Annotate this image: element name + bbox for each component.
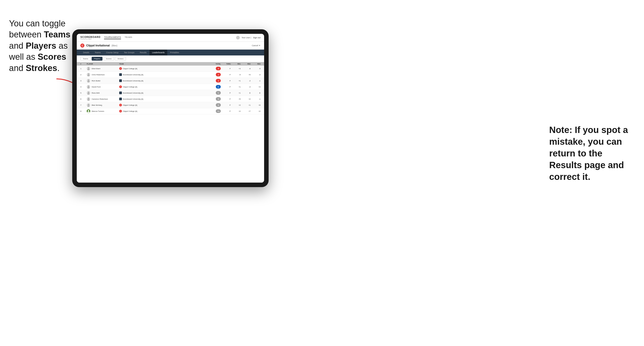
table-row: 4 David Ford C Clippd College [A] E F +1… xyxy=(77,84,264,90)
row7-player-cell: Blair McHarg xyxy=(87,103,118,107)
nav-left: SCOREBOARD Powered by clippd TOURNAMENTS… xyxy=(80,36,132,40)
th-rd2: RD2 xyxy=(242,63,250,65)
row3-avatar xyxy=(87,79,90,82)
row7-avatar xyxy=(87,103,90,107)
row4-total-badge: E xyxy=(216,85,221,89)
row1-rd3: -5 xyxy=(252,68,260,70)
row4-team-cell: C Clippd College [A] xyxy=(119,85,206,88)
th-thru: THRU xyxy=(222,63,231,65)
tab-leaderboards[interactable]: Leaderboards xyxy=(150,50,168,55)
row1-rd2: -6 xyxy=(242,68,250,70)
user-avatar xyxy=(236,36,240,39)
row4-thru: F xyxy=(222,86,231,88)
row7-player-name: Blair McHarg xyxy=(92,104,102,106)
row4-avatar xyxy=(87,85,90,89)
row5-rd1: +1 xyxy=(232,92,241,94)
svg-point-11 xyxy=(88,98,89,99)
tournament-name: Clippd Invitational xyxy=(86,44,110,47)
signout-link[interactable]: Sign out xyxy=(253,36,260,39)
row4-pos: 4 xyxy=(80,86,86,88)
row2-rd1: -5 xyxy=(232,74,241,76)
row7-rd3: +6 xyxy=(252,104,260,106)
row1-total: -8 xyxy=(207,67,221,70)
svg-point-1 xyxy=(88,67,89,69)
svg-point-2 xyxy=(87,69,90,70)
row5-avatar xyxy=(87,91,90,95)
row4-team-name: Clippd College [A] xyxy=(123,86,137,88)
tab-tee-groups[interactable]: Tee Groups xyxy=(121,50,137,55)
nav-tournaments[interactable]: TOURNAMENTS xyxy=(104,36,121,39)
row3-team-cell: Scoreboard University [A] xyxy=(119,79,206,82)
toggle-scores-button[interactable]: Scores xyxy=(104,57,114,61)
row2-rd2: +5 xyxy=(242,74,250,76)
svg-point-13 xyxy=(88,104,89,105)
row2-thru: F xyxy=(222,74,231,76)
cancel-button[interactable]: Cancel ✕ xyxy=(252,44,260,47)
tablet-frame: SCOREBOARD Powered by clippd TOURNAMENTS… xyxy=(72,29,268,187)
row7-pos: 7 xyxy=(80,104,86,106)
row6-rd2: +2 xyxy=(242,98,250,100)
row7-team-name: Clippd College [A] xyxy=(123,104,137,106)
tournament-header: C Clippd Invitational (Men) Cancel ✕ xyxy=(77,42,264,50)
row3-player-cell: Rich Butler xyxy=(87,79,118,82)
row7-rd1: +2 xyxy=(232,104,241,106)
tab-teams[interactable]: Teams xyxy=(92,50,104,55)
user-label: Test User | xyxy=(242,36,251,39)
tab-printables[interactable]: Printables xyxy=(167,50,182,55)
row5-team-cell: Scoreboard University [A] xyxy=(119,92,206,94)
row3-pos: 3 xyxy=(80,80,86,82)
svg-point-10 xyxy=(87,93,90,94)
tab-results[interactable]: Results xyxy=(137,50,150,55)
row3-total: -2 xyxy=(207,79,221,82)
tab-course-setup[interactable]: Course Setup xyxy=(104,50,121,55)
row4-team-logo: C xyxy=(119,85,122,88)
row5-player-name: Rees Britt xyxy=(92,92,100,94)
row6-team-name: Scoreboard University [A] xyxy=(123,98,143,100)
strokes-bold: Strokes xyxy=(26,63,57,73)
nav-teams[interactable]: TEAMS xyxy=(124,36,132,39)
row6-thru: F xyxy=(222,98,231,100)
tournament-gender: (Men) xyxy=(112,44,118,47)
toggle-strokes-button[interactable]: Strokes xyxy=(115,57,126,61)
toggle-players-button[interactable]: Players xyxy=(92,57,103,61)
toggle-teams-button[interactable]: Teams xyxy=(80,57,91,61)
row2-total-badge: -4 xyxy=(216,73,221,76)
svg-point-3 xyxy=(88,73,89,75)
svg-point-6 xyxy=(87,81,90,82)
row1-team-name: Clippd College [A] xyxy=(123,68,137,70)
row4-total: E xyxy=(207,85,221,89)
row2-rd3: -4 xyxy=(252,74,260,76)
row4-player-cell: David Ford xyxy=(87,85,118,89)
row3-team-name: Scoreboard University [A] xyxy=(123,80,143,82)
table-row: 8 Marcus Turners C Clippd College [A] +1… xyxy=(77,108,264,114)
scores-bold: Scores xyxy=(38,52,66,62)
row3-rd3: -1 xyxy=(252,80,260,82)
row4-player-name: David Ford xyxy=(92,86,100,88)
logo-sub: Powered by clippd xyxy=(80,38,100,40)
row8-rd3: +2 xyxy=(252,110,260,112)
row1-pos: 1 xyxy=(80,68,86,70)
row6-player-name: Cameron Robertson xyxy=(92,98,108,100)
row6-team-cell: Scoreboard University [A] xyxy=(119,98,206,100)
th-total: TOTAL xyxy=(207,63,221,65)
row1-player-cell: Elliot Ebert xyxy=(87,67,118,70)
row8-player-cell: Marcus Turners xyxy=(87,109,118,113)
row3-player-name: Rich Butler xyxy=(92,80,100,82)
nav-right: Test User | Sign out xyxy=(236,36,260,39)
table-row: 3 Rich Butler Scoreboard University [A] … xyxy=(77,78,264,84)
tab-details[interactable]: Details xyxy=(80,50,92,55)
svg-point-14 xyxy=(87,106,90,107)
nav-links: TOURNAMENTS TEAMS xyxy=(104,36,132,39)
row5-rd3: E xyxy=(252,92,260,94)
row6-total: +6 xyxy=(207,97,221,101)
row8-player-name: Marcus Turners xyxy=(92,110,104,112)
leaderboard-table: # PLAYER TEAM TOTAL THRU RD1 RD2 RD3 1 E… xyxy=(77,62,264,182)
table-header: # PLAYER TEAM TOTAL THRU RD1 RD2 RD3 xyxy=(77,62,264,66)
row2-player-cell: Chris Robertson xyxy=(87,73,118,76)
th-rd1: RD1 xyxy=(232,63,241,65)
table-row: 5 Rees Britt Scoreboard University [A] +… xyxy=(77,90,264,96)
row8-rd2: +7 xyxy=(242,110,250,112)
row1-player-name: Elliot Ebert xyxy=(92,68,100,70)
row2-pos: 2 xyxy=(80,74,86,76)
row6-rd3: -1 xyxy=(252,98,260,100)
